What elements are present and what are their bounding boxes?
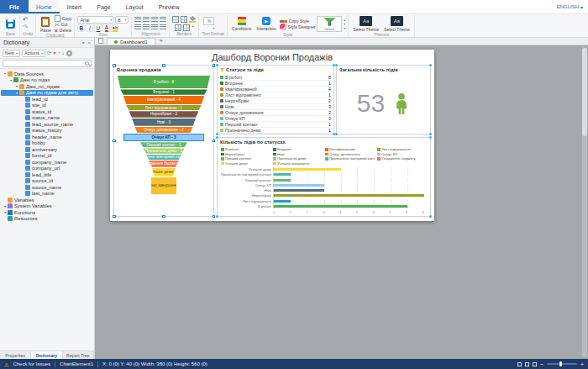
- bold-button[interactable]: B: [77, 24, 85, 32]
- tree-item[interactable]: company_name: [1, 159, 93, 166]
- delete-item-icon[interactable]: ×: [53, 50, 56, 56]
- border-outside-icon[interactable]: [181, 16, 187, 23]
- selection-handle[interactable]: [113, 215, 116, 219]
- selection-handle[interactable]: [213, 64, 216, 67]
- cut-button[interactable]: ✂Cut: [55, 22, 72, 27]
- add-page-button[interactable]: +: [155, 38, 167, 45]
- selection-handle[interactable]: [162, 215, 165, 219]
- tree-item[interactable]: source_id: [1, 178, 93, 185]
- gallery-up-icon[interactable]: ▴: [344, 18, 345, 22]
- tree-item[interactable]: source_name: [1, 184, 93, 191]
- view-mode-width-icon[interactable]: [533, 362, 537, 366]
- style-designer-button[interactable]: Style Designer: [280, 24, 316, 29]
- status-list-panel[interactable]: Статуси та ліди В роботі8Вторинні1Кваліф…: [217, 65, 334, 134]
- scrollbar-thumb[interactable]: [582, 48, 587, 136]
- tree-item[interactable]: status_history: [1, 128, 93, 134]
- panel-tab-report-tree[interactable]: Report Tree: [63, 351, 94, 359]
- tree-item[interactable]: ▾System Variables: [1, 203, 93, 210]
- check-for-issues-button[interactable]: Check for Issues: [13, 361, 50, 366]
- language-selector[interactable]: ENGLISH ▾: [557, 0, 588, 13]
- align-middle-icon[interactable]: [143, 17, 150, 23]
- panel-menu-icon[interactable]: ▾: [81, 40, 84, 45]
- align-justify-icon[interactable]: [160, 24, 166, 30]
- tree-item[interactable]: header_name: [1, 134, 93, 140]
- zoom-slider[interactable]: [547, 363, 577, 365]
- panel-tab-properties[interactable]: Properties: [0, 351, 31, 359]
- tree-item[interactable]: status_id: [1, 108, 93, 115]
- tree-item[interactable]: status_name: [1, 115, 93, 122]
- dashboard-page[interactable]: Дашборд Воронки Продажів Воронка продажі…: [110, 50, 434, 221]
- tree-item[interactable]: ▾Дані_по_лідам: [1, 83, 93, 90]
- ribbon-tab-insert[interactable]: Insert: [60, 0, 90, 13]
- ribbon-tab-preview[interactable]: Preview: [151, 0, 187, 13]
- align-top-icon[interactable]: [134, 17, 141, 23]
- chevron-down-icon[interactable]: ▾: [192, 24, 193, 31]
- total-leads-panel[interactable]: Загальна кількість лідів 53: [336, 65, 431, 134]
- tree-item[interactable]: lead_source_name: [1, 121, 93, 128]
- gallery-down-icon[interactable]: ▾: [344, 23, 345, 26]
- search-box[interactable]: [3, 60, 92, 67]
- gallery-more-icon[interactable]: ▾: [344, 27, 345, 30]
- tree-item[interactable]: ▾Functions: [1, 209, 93, 216]
- copy-button[interactable]: Copy: [55, 16, 72, 21]
- align-right-icon[interactable]: [151, 24, 158, 30]
- font-color-button[interactable]: A: [102, 24, 110, 32]
- actions-dropdown[interactable]: Actions▾: [22, 50, 45, 57]
- tree-item[interactable]: ▾Data Sources: [1, 71, 93, 77]
- design-canvas[interactable]: Дашборд Воронки Продажів Воронка продажі…: [95, 45, 588, 359]
- save-button[interactable]: [4, 19, 17, 29]
- interaction-button[interactable]: ▶ Interaction: [255, 17, 277, 31]
- align-bottom-icon[interactable]: [151, 17, 158, 23]
- bar-chart-panel[interactable]: Кількість лідів по статусах В роботіВтор…: [217, 137, 431, 217]
- text-format-button[interactable]: % ▾: [202, 17, 216, 30]
- panel-tab-dictionary[interactable]: Dictionary: [31, 351, 62, 359]
- funnel-panel[interactable]: Воронка продажів В роботі - 8Вторинні - …: [113, 65, 214, 217]
- move-down-icon[interactable]: ↓: [62, 50, 65, 56]
- style-gallery-item[interactable]: Green: [317, 16, 342, 32]
- vertical-scrollbar[interactable]: [582, 47, 587, 357]
- paste-button[interactable]: Paste: [39, 17, 53, 33]
- undo-icon[interactable]: ↶: [23, 17, 29, 24]
- view-mode-single-icon[interactable]: [517, 362, 522, 366]
- selection-handle[interactable]: [113, 140, 116, 143]
- close-icon[interactable]: ×: [87, 40, 91, 45]
- view-mode-continuous-icon[interactable]: [525, 362, 529, 366]
- align-center-icon[interactable]: [143, 24, 150, 30]
- gear-icon[interactable]: [66, 50, 72, 56]
- tree-item[interactable]: company_url: [1, 166, 93, 172]
- border-style-icon[interactable]: [183, 24, 190, 31]
- tree-item[interactable]: ▾Дані по лідах: [1, 77, 93, 84]
- underline-button[interactable]: U: [94, 24, 102, 32]
- tree-item[interactable]: site_id: [1, 103, 93, 109]
- new-dropdown[interactable]: New▾: [3, 50, 20, 57]
- refresh-icon[interactable]: ⟳: [47, 50, 51, 56]
- tab-dashboard1[interactable]: Dashboard1: [107, 38, 155, 45]
- border-all-icon[interactable]: [172, 16, 179, 23]
- selection-handle[interactable]: [162, 64, 165, 67]
- italic-button[interactable]: I: [86, 24, 93, 32]
- highlight-color-button[interactable]: ab: [111, 24, 118, 32]
- selection-handle[interactable]: [213, 215, 216, 219]
- copy-style-button[interactable]: Copy Style: [280, 18, 316, 24]
- conditions-button[interactable]: Conditions: [230, 17, 254, 31]
- move-up-icon[interactable]: ↑: [58, 50, 60, 56]
- ribbon-tab-home[interactable]: Home: [29, 0, 60, 13]
- ribbon-tab-page[interactable]: Page: [89, 0, 118, 13]
- tree-item[interactable]: last_name: [1, 191, 93, 198]
- selection-handle[interactable]: [113, 64, 116, 67]
- ribbon-tab-file[interactable]: File: [0, 0, 29, 13]
- tree-item[interactable]: lead_title: [1, 171, 93, 178]
- tree-item[interactable]: Variables: [1, 197, 93, 203]
- redo-icon[interactable]: ↷: [23, 24, 29, 31]
- select-theme-button-1[interactable]: Aa Select Theme: [351, 16, 381, 32]
- font-family-select[interactable]: Arial▾: [77, 16, 114, 24]
- tree-item[interactable]: ▾Дані по лідам для звіту: [1, 90, 93, 97]
- select-theme-button-2[interactable]: Aa Select Theme: [382, 16, 412, 32]
- tree-item[interactable]: anniversary: [1, 146, 93, 153]
- zoom-out-button[interactable]: −: [540, 361, 543, 367]
- selection-handle[interactable]: [213, 140, 216, 143]
- align-left-icon[interactable]: [134, 24, 141, 30]
- tree-item[interactable]: Resources: [1, 216, 93, 223]
- text-wrap-icon[interactable]: [160, 17, 166, 23]
- zoom-in-button[interactable]: +: [580, 361, 584, 367]
